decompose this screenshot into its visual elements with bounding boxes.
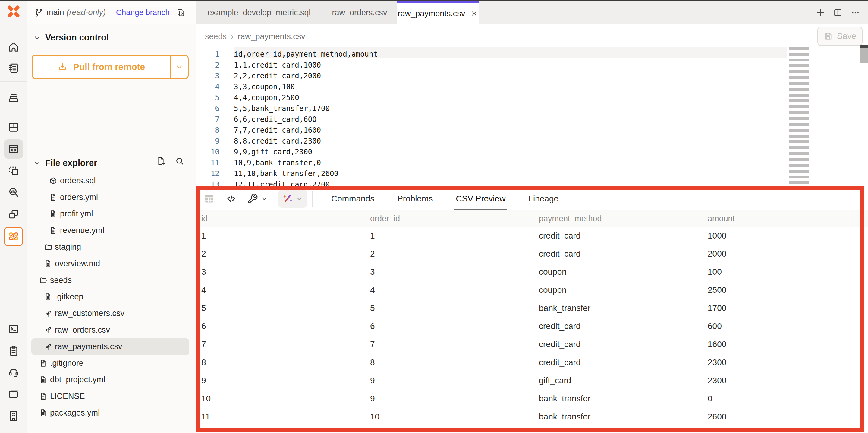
tab-raw-orders-csv[interactable]: raw_orders.csv bbox=[322, 1, 397, 24]
cube-icon bbox=[49, 177, 57, 185]
code-editor-icon[interactable] bbox=[4, 139, 23, 158]
scrollbar-thumb[interactable] bbox=[861, 48, 868, 63]
cell: 0 bbox=[702, 394, 868, 403]
pull-from-remote-button[interactable]: Pull from remote bbox=[32, 55, 189, 79]
file-item-overview-md[interactable]: overview.md bbox=[27, 255, 196, 272]
file-item-revenue-yml[interactable]: revenue.yml bbox=[27, 222, 196, 239]
cell: 1000 bbox=[702, 231, 868, 241]
windows-icon[interactable] bbox=[4, 205, 23, 224]
tab-commands[interactable]: Commands bbox=[320, 187, 386, 210]
cell: 2000 bbox=[702, 249, 868, 259]
layers-icon[interactable] bbox=[4, 88, 23, 108]
file-item-orders-sql[interactable]: orders.sql bbox=[27, 172, 196, 189]
headset-icon[interactable] bbox=[4, 363, 23, 382]
minimap[interactable] bbox=[789, 46, 809, 185]
branch-name: main bbox=[46, 8, 64, 17]
results-table-icon[interactable] bbox=[203, 193, 215, 205]
file-item-packages-yml[interactable]: packages.yml bbox=[27, 405, 196, 421]
tab-example-develop-metric-sql[interactable]: example_develop_metric.sql bbox=[196, 1, 322, 24]
file-item-raw-orders-csv[interactable]: raw_orders.csv bbox=[27, 322, 196, 338]
magic-wand-button[interactable] bbox=[278, 190, 307, 208]
file-item-orders-yml[interactable]: orders.yml bbox=[27, 189, 196, 206]
code-editor[interactable]: 1id,order_id,payment_method,amount 21,1,… bbox=[196, 49, 868, 187]
code-icon[interactable] bbox=[225, 193, 237, 204]
breadcrumb-parent[interactable]: seeds bbox=[205, 32, 227, 41]
line-number: 10 bbox=[196, 148, 219, 156]
query-analysis-icon[interactable] bbox=[4, 182, 23, 202]
line-text: 8,8,credit_card,2300 bbox=[234, 137, 321, 145]
table-row[interactable]: 77credit_card1600 bbox=[196, 335, 868, 354]
dbt-logo[interactable] bbox=[4, 2, 23, 21]
save-button[interactable]: Save bbox=[817, 27, 863, 46]
split-editor-icon[interactable] bbox=[833, 8, 843, 18]
cell: 1600 bbox=[702, 340, 868, 349]
tab-label: example_develop_metric.sql bbox=[207, 8, 310, 18]
rail-divider bbox=[0, 81, 27, 82]
dashboard-icon[interactable] bbox=[4, 118, 23, 137]
file-explorer-header[interactable]: File explorer bbox=[33, 158, 97, 168]
tab-label: Problems bbox=[397, 194, 433, 204]
new-tab-plus-icon[interactable] bbox=[815, 8, 825, 18]
table-row[interactable]: 11credit_card1000 bbox=[196, 227, 868, 246]
column-header-amount[interactable]: amount bbox=[702, 214, 868, 224]
cell: 9 bbox=[196, 376, 365, 385]
folder-item-staging[interactable]: staging bbox=[27, 239, 196, 255]
table-row[interactable]: 88credit_card2300 bbox=[196, 353, 868, 372]
search-files-icon[interactable] bbox=[175, 156, 184, 166]
table-row[interactable]: 99gift_card2300 bbox=[196, 372, 868, 390]
tab-raw-payments-csv[interactable]: raw_payments.csv bbox=[397, 1, 479, 24]
table-row[interactable]: 109bank_transfer0 bbox=[196, 389, 868, 408]
table-row[interactable]: 55bank_transfer1700 bbox=[196, 299, 868, 318]
file-item-dbt-project-yml[interactable]: dbt_project.yml bbox=[27, 372, 196, 388]
copy-branch-icon[interactable] bbox=[176, 8, 185, 17]
notebook-icon[interactable] bbox=[4, 58, 23, 78]
table-row[interactable]: 1110bank_transfer2600 bbox=[196, 408, 868, 426]
file-icon bbox=[39, 409, 47, 417]
build-wrench-icon[interactable] bbox=[247, 193, 268, 204]
line-number: 8 bbox=[196, 126, 219, 135]
chevron-down-icon bbox=[33, 34, 41, 41]
organization-icon[interactable] bbox=[4, 406, 23, 426]
frame-icon[interactable] bbox=[4, 161, 23, 180]
column-header-order-id[interactable]: order_id bbox=[365, 214, 533, 224]
docs-icon[interactable] bbox=[4, 384, 23, 403]
pull-from-remote-main[interactable]: Pull from remote bbox=[33, 56, 171, 78]
table-row[interactable]: 66credit_card600 bbox=[196, 317, 868, 336]
table-row[interactable]: 44coupon2500 bbox=[196, 281, 868, 300]
close-tab-icon[interactable] bbox=[470, 10, 478, 17]
line-text: 9,9,gift_card,2300 bbox=[234, 148, 312, 156]
table-row[interactable]: 33coupon100 bbox=[196, 263, 868, 282]
file-item-raw-customers-csv[interactable]: raw_customers.csv bbox=[27, 305, 196, 322]
cell: 1 bbox=[365, 231, 533, 241]
file-item-raw-payments-csv-selected[interactable]: raw_payments.csv bbox=[31, 338, 189, 355]
terminal-icon[interactable] bbox=[4, 319, 23, 339]
chevron-down-icon bbox=[175, 63, 184, 71]
tab-lineage[interactable]: Lineage bbox=[517, 187, 570, 210]
clipboard-icon[interactable] bbox=[4, 341, 23, 360]
change-branch-link[interactable]: Change branch bbox=[116, 8, 170, 17]
file-icon bbox=[39, 376, 47, 384]
cell: 5 bbox=[365, 304, 533, 313]
editor-scrollbar[interactable] bbox=[860, 24, 868, 187]
new-file-icon[interactable] bbox=[156, 156, 166, 166]
table-row[interactable]: 22credit_card2000 bbox=[196, 245, 868, 263]
atom-ai-icon[interactable] bbox=[4, 227, 23, 246]
tab-csv-preview[interactable]: CSV Preview bbox=[444, 187, 517, 210]
code-line: 76,6,credit_card,600 bbox=[196, 114, 868, 125]
tab-problems[interactable]: Problems bbox=[386, 187, 444, 210]
line-number: 1 bbox=[196, 50, 219, 58]
column-header-payment-method[interactable]: payment_method bbox=[533, 214, 702, 224]
file-item-gitignore[interactable]: .gitignore bbox=[27, 355, 196, 372]
cell: 7 bbox=[365, 340, 533, 349]
pull-options-caret[interactable] bbox=[171, 56, 188, 78]
version-control-header[interactable]: Version control bbox=[33, 33, 109, 42]
cell: 9 bbox=[365, 394, 533, 403]
folder-item-seeds[interactable]: seeds bbox=[27, 272, 196, 289]
file-item-gitkeep[interactable]: .gitkeep bbox=[27, 289, 196, 305]
more-ellipsis-icon[interactable] bbox=[850, 8, 860, 18]
home-icon[interactable] bbox=[4, 37, 23, 57]
file-item-profit-yml[interactable]: profit.yml bbox=[27, 206, 196, 222]
column-header-id[interactable]: id bbox=[196, 214, 365, 224]
file-item-license[interactable]: LICENSE bbox=[27, 388, 196, 405]
folder-open-icon bbox=[39, 276, 47, 284]
